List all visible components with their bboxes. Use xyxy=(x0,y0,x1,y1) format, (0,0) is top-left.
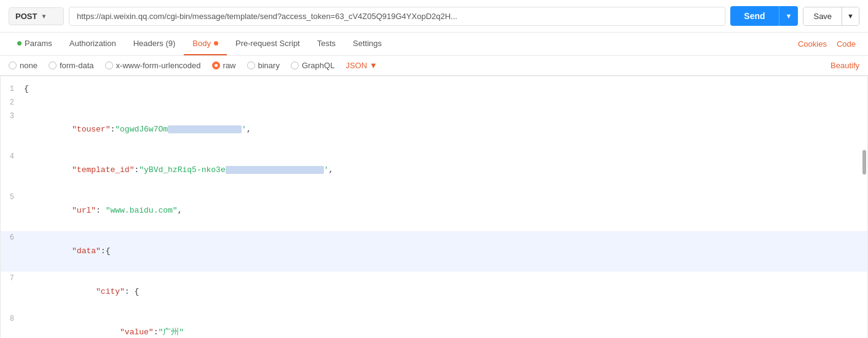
save-button[interactable]: Save xyxy=(803,7,842,25)
line-content-1: { xyxy=(24,82,862,96)
scrollbar-indicator[interactable] xyxy=(862,150,866,175)
tab-right-links: Cookies Code xyxy=(794,33,859,55)
radio-form-data-circle xyxy=(49,61,57,69)
send-group: Send ▼ xyxy=(730,6,798,26)
radio-none-circle xyxy=(9,61,17,69)
radio-urlencoded-label: x-www-form-urlencoded xyxy=(116,61,201,70)
line-content-5: "url": "www.baidu.com", xyxy=(24,191,862,231)
radio-graphql-circle xyxy=(291,61,299,69)
line-content-4: "template_id":"yBVd_hzRiq5-nko3e ', xyxy=(24,150,862,191)
radio-binary[interactable]: binary xyxy=(247,61,280,70)
line-num-1: 1 xyxy=(6,82,24,96)
tab-tests[interactable]: Tests xyxy=(309,33,344,55)
line-num-3: 3 xyxy=(6,109,24,123)
line-num-4: 4 xyxy=(6,150,24,163)
params-dot xyxy=(17,41,22,45)
radio-raw[interactable]: raw xyxy=(212,61,236,70)
cookies-link[interactable]: Cookies xyxy=(794,33,831,55)
radio-form-data[interactable]: form-data xyxy=(49,61,94,70)
send-dropdown-button[interactable]: ▼ xyxy=(779,6,799,26)
beautify-button[interactable]: Beautify xyxy=(831,61,859,70)
line-num-8: 8 xyxy=(6,312,24,326)
url-input[interactable] xyxy=(69,7,725,26)
tab-settings[interactable]: Settings xyxy=(344,33,390,55)
json-format-dropdown[interactable]: JSON ▼ xyxy=(345,61,377,70)
method-label: POST xyxy=(15,12,37,21)
radio-graphql[interactable]: GraphQL xyxy=(291,61,334,70)
code-editor[interactable]: 1 { 2 3 "touser":"ogwdJ6w7Om ', 4 "templ… xyxy=(0,76,868,338)
code-line-2: 2 xyxy=(1,96,867,109)
tab-headers[interactable]: Headers (9) xyxy=(125,33,184,55)
code-line-8: 8 "value":"广州" xyxy=(1,312,867,338)
tab-prerequest-label: Pre-request Script xyxy=(235,39,300,48)
tab-authorization-label: Authorization xyxy=(69,39,116,48)
line-num-5: 5 xyxy=(6,191,24,204)
code-link[interactable]: Code xyxy=(833,33,859,55)
radio-form-data-label: form-data xyxy=(60,61,94,70)
radio-none-label: none xyxy=(20,61,37,70)
radio-raw-label: raw xyxy=(223,61,236,70)
tab-prerequest[interactable]: Pre-request Script xyxy=(227,33,309,55)
line-content-7: "city": { xyxy=(24,272,862,312)
send-button[interactable]: Send xyxy=(730,6,778,26)
radio-urlencoded-circle xyxy=(105,61,113,69)
line-num-2: 2 xyxy=(6,96,24,109)
tab-headers-label: Headers (9) xyxy=(133,39,176,48)
tab-params[interactable]: Params xyxy=(9,33,61,55)
tab-body-label: Body xyxy=(192,39,211,48)
line-num-6: 6 xyxy=(6,231,24,245)
body-dot xyxy=(214,41,218,45)
radio-urlencoded[interactable]: x-www-form-urlencoded xyxy=(105,61,201,70)
method-select[interactable]: POST ▼ xyxy=(9,7,64,25)
radio-graphql-label: GraphQL xyxy=(302,61,334,70)
line-content-6: "data":{ xyxy=(24,231,862,272)
radio-binary-label: binary xyxy=(258,61,280,70)
radio-none[interactable]: none xyxy=(9,61,37,70)
code-line-4: 4 "template_id":"yBVd_hzRiq5-nko3e ', xyxy=(1,150,867,191)
code-line-3: 3 "touser":"ogwdJ6w7Om ', xyxy=(1,109,867,150)
save-dropdown-button[interactable]: ▼ xyxy=(842,7,859,25)
save-group: Save ▼ xyxy=(803,7,859,26)
code-line-7: 7 "city": { xyxy=(1,272,867,312)
radio-raw-circle xyxy=(212,61,220,69)
code-line-1: 1 { xyxy=(1,82,867,96)
line-content-8: "value":"广州" xyxy=(24,312,862,338)
tab-params-label: Params xyxy=(25,39,52,48)
code-line-6: 6 "data":{ xyxy=(1,231,867,272)
top-bar: POST ▼ Send ▼ Save ▼ xyxy=(0,0,868,33)
tab-body[interactable]: Body xyxy=(184,33,227,55)
json-format-label: JSON xyxy=(345,61,367,70)
line-content-3: "touser":"ogwdJ6w7Om ', xyxy=(24,109,862,150)
tab-bar: Params Authorization Headers (9) Body Pr… xyxy=(0,33,868,56)
method-chevron: ▼ xyxy=(41,13,47,20)
tab-settings-label: Settings xyxy=(353,39,382,48)
body-type-bar: none form-data x-www-form-urlencoded raw… xyxy=(0,56,868,76)
code-line-5: 5 "url": "www.baidu.com", xyxy=(1,191,867,231)
tab-authorization[interactable]: Authorization xyxy=(61,33,125,55)
radio-binary-circle xyxy=(247,61,255,69)
json-format-chevron: ▼ xyxy=(369,61,377,70)
line-num-7: 7 xyxy=(6,272,24,285)
tab-tests-label: Tests xyxy=(317,39,336,48)
